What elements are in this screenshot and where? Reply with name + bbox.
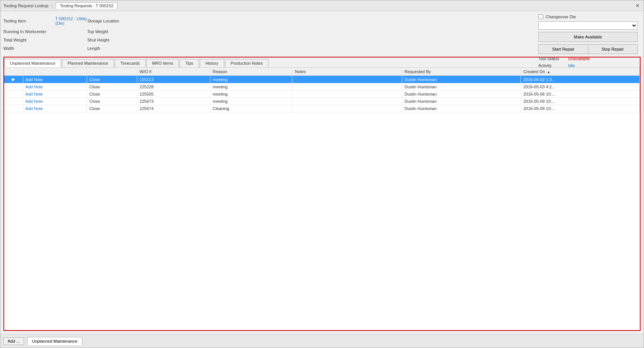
tab-production-notes[interactable]: Production Notes: [225, 59, 268, 67]
table-area: W/O # Reason Notes Requested By Created …: [4, 68, 640, 330]
changeover-die-checkbox[interactable]: [538, 14, 543, 19]
top-form-section: Tooling Item T 000152 - Utility (Die) St…: [3, 14, 641, 53]
add-note-button[interactable]: Add Note: [23, 98, 87, 105]
add-note-button[interactable]: Add Note: [23, 76, 87, 83]
main-window: Tooling Request Lookup | Tooling Request…: [0, 0, 644, 348]
reason-cell: meeting: [210, 91, 292, 98]
requested-by-cell: Dustin Huntsman: [402, 91, 520, 98]
reason-cell: Cleaning: [210, 105, 292, 112]
add-note-button[interactable]: Add Note: [23, 91, 87, 98]
total-weight-label: Total Weight: [3, 38, 53, 42]
tab-history[interactable]: History: [200, 59, 224, 67]
add-button[interactable]: Add ...: [3, 337, 24, 345]
created-on-cell: 2016-05-02 1:3...: [521, 76, 640, 83]
requested-by-cell: Dustin Huntsman: [402, 98, 520, 105]
shut-height-row: Shut Height: [87, 37, 171, 43]
expand-cell[interactable]: ▶: [4, 76, 23, 83]
bottom-tab-unplanned[interactable]: Unplanned Maintenance: [27, 337, 82, 345]
wo-cell: 225505: [137, 91, 210, 98]
bottom-bar: Add ... Unplanned Maintenance: [0, 334, 644, 348]
tab-tips[interactable]: Tips: [180, 59, 199, 67]
reason-cell: meeting: [210, 98, 292, 105]
th-notes: Notes: [292, 68, 402, 76]
activity-label: Activity: [538, 63, 565, 68]
storage-location-select[interactable]: [538, 21, 638, 30]
tool-status-value: Unavailable: [568, 56, 590, 61]
repair-buttons: Start Repair Stop Repair: [538, 44, 638, 54]
th-close: [87, 68, 137, 76]
right-controls: Changeover Die Make Available Start Repa…: [538, 14, 638, 68]
length-label: Length: [87, 46, 137, 51]
requested-by-cell: Dustin Huntsman: [402, 83, 520, 91]
created-on-cell: 2016-05-09 10:...: [521, 105, 640, 112]
tab-planned-maintenance[interactable]: Planned Maintenance: [62, 59, 114, 67]
start-repair-button[interactable]: Start Repair: [538, 44, 588, 54]
close-button-cell[interactable]: Close: [87, 83, 137, 91]
content-area: Tooling Item T 000152 - Utility (Die) St…: [0, 11, 644, 334]
table-row[interactable]: Add NoteClose225673meetingDustin Huntsma…: [4, 98, 640, 105]
tool-status-label: Tool Status: [538, 56, 565, 61]
maintenance-table: W/O # Reason Notes Requested By Created …: [4, 68, 640, 112]
add-note-button[interactable]: Add Note: [23, 83, 87, 91]
title-bar-left: Tooling Request Lookup | Tooling Request…: [3, 2, 117, 9]
expand-cell[interactable]: [4, 98, 23, 105]
created-on-cell: 2016-05-06 10:...: [521, 91, 640, 98]
reason-cell: meeting: [210, 83, 292, 91]
top-weight-label: Top Weight: [87, 29, 137, 34]
tab-unplanned-maintenance[interactable]: Unplanned Maintenance: [4, 59, 61, 67]
expand-cell[interactable]: [4, 83, 23, 91]
notes-cell: [292, 91, 402, 98]
notes-cell: [292, 98, 402, 105]
title-bar: Tooling Request Lookup | Tooling Request…: [0, 0, 644, 11]
th-wo: W/O #: [137, 68, 210, 76]
th-expand: [4, 68, 23, 76]
width-row: Width: [3, 45, 87, 51]
table-row[interactable]: Add NoteClose225674CleaningDustin Huntsm…: [4, 105, 640, 112]
add-note-button[interactable]: Add Note: [23, 105, 87, 112]
th-requested-by: Requested By: [402, 68, 520, 76]
tab-mro-items[interactable]: MRO Items: [146, 59, 179, 67]
close-button-cell[interactable]: Close: [87, 91, 137, 98]
storage-location-row: Storage Location: [87, 16, 171, 26]
wo-cell: 225113: [137, 76, 210, 83]
table-row[interactable]: Add NoteClose225228meetingDustin Huntsma…: [4, 83, 640, 91]
shut-height-label: Shut Height: [87, 38, 137, 42]
tab-timecards[interactable]: Timecards: [115, 59, 146, 67]
title-tab[interactable]: Tooling Requests - T 000152: [56, 2, 117, 9]
activity-row: Activity Idle: [538, 63, 638, 68]
stop-repair-button[interactable]: Stop Repair: [588, 44, 638, 54]
reason-cell: meeting: [210, 76, 292, 83]
activity-value: Idle: [568, 63, 575, 68]
notes-cell: [292, 105, 402, 112]
created-on-cell: 2016-05-09 10:...: [521, 98, 640, 105]
running-in-workcenter-label: Running In Workcenter: [3, 29, 53, 34]
total-weight-row: Total Weight: [3, 37, 87, 43]
expand-cell[interactable]: [4, 105, 23, 112]
wo-cell: 225673: [137, 98, 210, 105]
storage-select-row: [538, 21, 638, 30]
th-add-note: [23, 68, 87, 76]
expand-cell[interactable]: [4, 91, 23, 98]
tooling-item-row: Tooling Item T 000152 - Utility (Die): [3, 16, 87, 26]
table-row[interactable]: Add NoteClose225505meetingDustin Huntsma…: [4, 91, 640, 98]
tabs-and-table: Unplanned Maintenance Planned Maintenanc…: [3, 57, 641, 331]
close-button-cell[interactable]: Close: [87, 98, 137, 105]
width-label: Width: [3, 46, 53, 51]
th-reason: Reason: [210, 68, 292, 76]
requested-by-cell: Dustin Huntsman: [402, 76, 520, 83]
notes-cell: [292, 83, 402, 91]
close-button-cell[interactable]: Close: [87, 105, 137, 112]
make-available-button[interactable]: Make Available: [538, 32, 638, 42]
th-created-on: Created On ▲: [521, 68, 640, 76]
tooling-item-value[interactable]: T 000152 - Utility (Die): [55, 16, 87, 26]
close-button[interactable]: ✕: [634, 3, 641, 9]
changeover-die-label: Changeover Die: [546, 14, 576, 19]
storage-location-label: Storage Location: [87, 19, 137, 23]
wo-cell: 225228: [137, 83, 210, 91]
table-row[interactable]: ▶Add NoteClose225113meetingDustin Huntsm…: [4, 76, 640, 83]
top-weight-row: Top Weight: [87, 29, 171, 35]
table-header-row: W/O # Reason Notes Requested By Created …: [4, 68, 640, 76]
close-button-cell[interactable]: Close: [87, 76, 137, 83]
changeover-die-row: Changeover Die: [538, 14, 638, 19]
running-in-workcenter-row: Running In Workcenter: [3, 29, 87, 35]
